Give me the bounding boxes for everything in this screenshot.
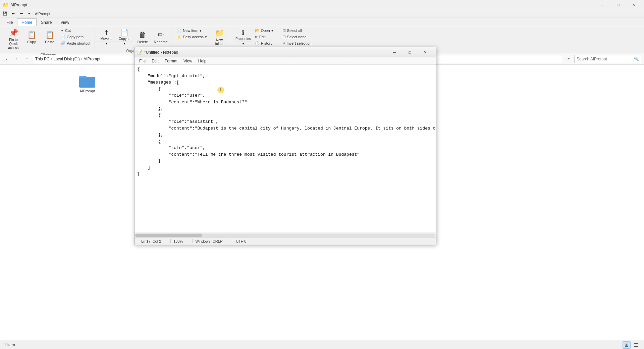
qa-save-button[interactable]: 💾 <box>1 10 9 17</box>
notepad-status-zoom: 100% <box>170 239 185 243</box>
paste-shortcut-icon: 🔗 <box>61 41 65 46</box>
copy-icon: 📋 <box>27 31 36 39</box>
notepad-maximize-button[interactable]: □ <box>402 47 418 57</box>
notepad-titlebar-left: 📝 *Untitled - Notepad <box>137 50 178 55</box>
ribbon-group-clipboard: 📌 Pin to Quick access 📋 Copy 📋 Paste ✂ C… <box>2 28 95 53</box>
cut-button[interactable]: ✂ Cut <box>59 28 92 34</box>
copy-to-split: 📄 Copy to ▾ <box>116 28 133 46</box>
address-part-folder[interactable]: AIPrompt <box>84 57 100 61</box>
scissors-icon: ✂ <box>61 29 64 33</box>
notepad-title: *Untitled - Notepad <box>144 50 178 55</box>
move-to-button[interactable]: ⬆ Move to <box>98 28 115 42</box>
back-button[interactable]: ‹ <box>3 55 11 63</box>
select-none-button[interactable]: ☐ Select none <box>281 34 313 40</box>
tab-view[interactable]: View <box>56 18 73 26</box>
qa-redo-button[interactable]: ↪ <box>17 10 25 17</box>
new-item-button[interactable]: 📄 New item ▾ <box>175 28 209 34</box>
new-folder-icon: 📁 <box>215 29 224 38</box>
edit-icon: ✏ <box>255 35 258 39</box>
folder-item-aiprompt[interactable]: AIPrompt <box>74 71 101 94</box>
copy-to-dropdown[interactable]: ▾ <box>116 42 133 46</box>
notepad-titlebar: 📝 *Untitled - Notepad ─ □ ✕ <box>135 47 436 57</box>
explorer-title: AIPrompt <box>10 3 27 7</box>
qa-undo-button[interactable]: ↩ <box>9 10 17 17</box>
paste-shortcut-button[interactable]: 🔗 Paste shortcut <box>59 40 92 46</box>
qa-dropdown-button[interactable]: ▾ <box>25 10 33 17</box>
new-folder-button[interactable]: 📁 New folder <box>211 28 228 47</box>
explorer-close-button[interactable]: ✕ <box>626 0 641 10</box>
move-to-dropdown[interactable]: ▾ <box>98 42 115 46</box>
cursor-indicator: I <box>217 87 224 93</box>
clipboard-paste-button[interactable]: 📋 Paste <box>41 28 58 47</box>
notepad-menu-format[interactable]: Format <box>162 58 180 64</box>
tab-home[interactable]: Home <box>17 18 37 26</box>
tab-file[interactable]: File <box>2 18 17 26</box>
history-button[interactable]: 🕐 History <box>253 40 275 46</box>
copy-to-button[interactable]: 📄 Copy to <box>116 28 133 42</box>
notepad-statusbar: Ln 17, Col 2 100% Windows (CRLF) UTF-8 <box>135 237 436 245</box>
notepad-textarea[interactable]: { "model":"gpt-4o-mini", "messages":[ { … <box>135 65 436 233</box>
view-details-button[interactable]: ☰ <box>632 341 640 349</box>
explorer-minimize-button[interactable]: ─ <box>595 0 610 10</box>
notepad-menu-edit[interactable]: Edit <box>149 58 161 64</box>
paste-icon: 📋 <box>45 31 54 39</box>
open-button[interactable]: 📂 Open ▾ <box>253 28 275 34</box>
address-part-pc[interactable]: This PC <box>35 57 50 61</box>
address-part-disk[interactable]: Local Disk (C:) <box>53 57 80 61</box>
search-icon[interactable]: 🔍 <box>634 57 639 61</box>
edit-button[interactable]: ✏ Edit <box>253 34 275 40</box>
status-right: ⊞ ☰ <box>623 341 640 349</box>
easy-access-dropdown-icon: ▾ <box>205 35 207 39</box>
nav-pane <box>0 65 67 340</box>
notepad-minimize-button[interactable]: ─ <box>387 47 402 57</box>
explorer-window-controls: ─ □ ✕ <box>595 0 641 10</box>
notepad-close-button[interactable]: ✕ <box>418 47 433 57</box>
status-item-count: 1 item <box>4 343 15 347</box>
svg-rect-2 <box>79 78 95 87</box>
rename-button[interactable]: ✏ Rename <box>152 28 169 47</box>
tab-share[interactable]: Share <box>37 18 56 26</box>
up-button[interactable]: ↑ <box>23 55 31 63</box>
open-icon: 📂 <box>255 29 260 33</box>
ribbon-tabs: File Home Share View <box>0 17 644 26</box>
move-icon: ⬆ <box>104 29 109 37</box>
notepad-scrollbar-h[interactable] <box>135 233 436 237</box>
open-extras: 📂 Open ▾ ✏ Edit 🕐 History <box>253 28 275 46</box>
folder-item-icon <box>77 73 97 89</box>
search-input[interactable] <box>577 57 633 61</box>
select-all-button[interactable]: ☑ Select all <box>281 28 313 34</box>
folder-svg <box>78 73 96 88</box>
notepad-status-line-ending: Windows (CRLF) <box>192 239 226 243</box>
properties-dropdown[interactable]: ▾ <box>234 42 253 46</box>
address-sep-1: › <box>51 57 52 61</box>
notepad-controls: ─ □ ✕ <box>387 47 433 57</box>
notepad-status-position: Ln 17, Col 2 <box>139 239 164 243</box>
properties-button[interactable]: ℹ Properties <box>234 28 253 42</box>
invert-icon: ⇄ <box>282 41 285 46</box>
notepad-menu-file[interactable]: File <box>137 58 148 64</box>
easy-access-button[interactable]: ⚡ Easy access ▾ <box>175 34 209 40</box>
notepad-content: { "model":"gpt-4o-mini", "messages":[ { … <box>135 65 436 233</box>
notepad-scrollbar-track-h[interactable] <box>135 234 435 237</box>
invert-selection-button[interactable]: ⇄ Invert selection <box>281 40 313 46</box>
copy-path-button[interactable]: 📄 Copy path <box>59 34 92 40</box>
clipboard-copy-button[interactable]: 📋 Copy <box>23 28 40 47</box>
open-dropdown-icon: ▾ <box>271 29 273 33</box>
notepad-menubar: File Edit Format View Help <box>135 57 436 65</box>
refresh-button[interactable]: ⟳ <box>564 55 572 63</box>
new-item-dropdown-icon: ▾ <box>200 29 202 33</box>
search-box[interactable]: 🔍 <box>574 55 641 63</box>
copy-to-icon: 📄 <box>120 29 129 37</box>
forward-button[interactable]: › <box>13 55 21 63</box>
select-all-icon: ☑ <box>282 29 286 33</box>
pin-to-quick-access-button[interactable]: 📌 Pin to Quick access <box>5 28 22 51</box>
notepad-menu-view[interactable]: View <box>181 58 195 64</box>
select-stack: ☑ Select all ☐ Select none ⇄ Invert sele… <box>281 28 313 46</box>
view-large-icon-button[interactable]: ⊞ <box>623 341 631 349</box>
easy-access-icon: ⚡ <box>177 35 181 39</box>
select-none-icon: ☐ <box>282 35 286 39</box>
explorer-maximize-button[interactable]: □ <box>610 0 626 10</box>
notepad-menu-help[interactable]: Help <box>196 58 209 64</box>
notepad-scrollbar-thumb-h[interactable] <box>135 234 202 237</box>
delete-button[interactable]: 🗑 Delete <box>134 28 151 47</box>
